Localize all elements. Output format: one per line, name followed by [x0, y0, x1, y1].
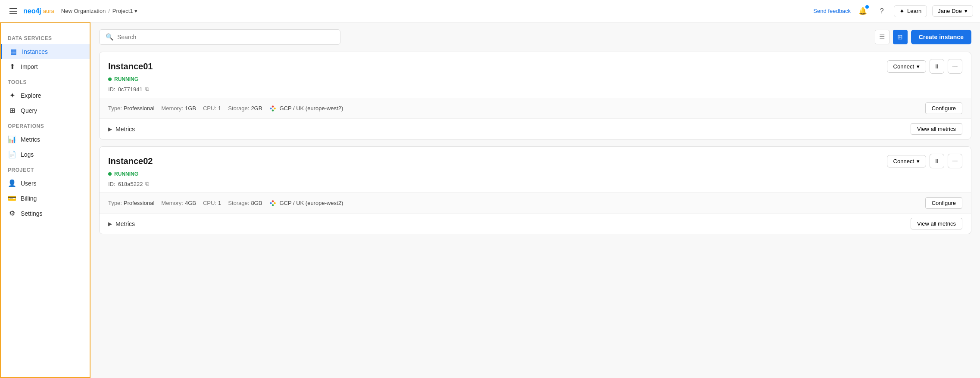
notif-badge	[865, 5, 869, 9]
sidebar-item-settings[interactable]: ⚙ Settings	[1, 206, 90, 221]
hamburger-icon[interactable]	[7, 6, 20, 17]
data-services-label: Data services	[1, 30, 90, 44]
cpu-02-spec: CPU: 1	[203, 200, 221, 206]
instance-02-header: Instance02 Connect ▾ ⏸ ···	[100, 147, 971, 187]
instance-02-id: ID: 618a5222 ⧉	[108, 180, 962, 187]
sidebar-item-users[interactable]: 👤 Users	[1, 176, 90, 191]
operations-label: Operations	[1, 118, 90, 132]
instance-01-specs: Type: Professional Memory: 1GB CPU: 1 St…	[108, 105, 343, 112]
grid-view-button[interactable]: ⊞	[893, 30, 908, 44]
instance-01-top: Instance01 Connect ▾ ⏸ ···	[108, 59, 962, 74]
instance-02-metrics-row[interactable]: ▶ Metrics View all metrics	[100, 214, 971, 234]
help-button[interactable]: ?	[875, 4, 889, 18]
explore-icon: ✦	[8, 91, 16, 99]
instance-01-connect-label: Connect	[893, 63, 914, 70]
metrics-icon: 📊	[8, 135, 16, 143]
search-box[interactable]: 🔍	[99, 29, 340, 45]
sidebar-metrics-label: Metrics	[21, 136, 40, 143]
breadcrumb-org: New Organization	[61, 8, 106, 14]
instance-01-configure-button[interactable]: Configure	[925, 102, 962, 114]
help-icon: ?	[880, 7, 884, 15]
sidebar-item-metrics[interactable]: 📊 Metrics	[1, 132, 90, 147]
instance-01-actions: Connect ▾ ⏸ ···	[887, 59, 962, 74]
send-feedback-link[interactable]: Send feedback	[813, 8, 851, 14]
sidebar-users-label: Users	[21, 180, 37, 187]
layout: Data services ▦ Instances ⬆ Import Tools…	[0, 22, 980, 378]
sidebar-item-explore[interactable]: ✦ Explore	[1, 88, 90, 103]
instance-02-connect-label: Connect	[893, 158, 914, 164]
memory-02-spec: Memory: 4GB	[161, 200, 196, 206]
pause-icon: ⏸	[934, 63, 940, 70]
user-menu-button[interactable]: Jane Doe ▾	[932, 5, 973, 17]
search-input[interactable]	[117, 34, 334, 40]
memory-spec: Memory: 1GB	[161, 105, 196, 112]
logs-icon: 📄	[8, 150, 16, 158]
instance-02-details: Type: Professional Memory: 4GB CPU: 1 St…	[100, 192, 971, 214]
notifications-button[interactable]: 🔔	[856, 4, 870, 18]
status-label: RUNNING	[114, 76, 138, 82]
chevron-down-icon: ▾	[134, 8, 137, 14]
sidebar-logs-label: Logs	[21, 151, 34, 158]
status-dot	[108, 77, 112, 81]
user-name: Jane Doe	[938, 8, 962, 14]
instance-02-actions: Connect ▾ ⏸ ···	[887, 154, 962, 168]
copy-id-icon[interactable]: ⧉	[145, 86, 149, 93]
instance-02-top: Instance02 Connect ▾ ⏸ ···	[108, 154, 962, 168]
sidebar-item-import[interactable]: ⬆ Import	[1, 59, 90, 74]
sidebar-settings-label: Settings	[21, 210, 43, 217]
gcp-02-logo	[269, 199, 277, 207]
storage-02-spec: Storage: 8GB	[228, 200, 262, 206]
instance-01-id: ID: 0c771941 ⧉	[108, 86, 962, 93]
type-02-spec: Type: Professional	[108, 200, 154, 206]
learn-label: Learn	[907, 8, 921, 14]
learn-button[interactable]: ✦ Learn	[894, 5, 927, 17]
instance-01-header: Instance01 Connect ▾ ⏸ ···	[100, 52, 971, 93]
instance-02-metrics-toggle[interactable]: ▶ Metrics	[108, 220, 135, 227]
logo: neo4jaura	[23, 7, 54, 15]
list-view-button[interactable]: ☰	[875, 30, 889, 44]
instance-02-view-metrics-button[interactable]: View all metrics	[911, 218, 962, 229]
breadcrumb-sep: /	[108, 8, 110, 14]
instance-02-status: RUNNING	[108, 171, 962, 177]
instance-02-pause-button[interactable]: ⏸	[930, 154, 944, 168]
id-02-label: ID:	[108, 181, 115, 187]
connect-02-chevron-icon: ▾	[917, 158, 920, 164]
search-icon: 🔍	[106, 33, 114, 41]
instance-card-02: Instance02 Connect ▾ ⏸ ···	[99, 146, 971, 234]
sidebar-query-label: Query	[21, 107, 37, 114]
instance-01-metrics-toggle[interactable]: ▶ Metrics	[108, 126, 135, 133]
instance-01-connect-button[interactable]: Connect ▾	[887, 60, 926, 73]
copy-02-id-icon[interactable]: ⧉	[145, 180, 149, 187]
metrics-chevron-icon: ▶	[108, 126, 112, 132]
cloud-label: GCP / UK (europe-west2)	[279, 105, 343, 112]
sidebar-item-instances[interactable]: ▦ Instances	[1, 44, 90, 59]
sidebar-item-query[interactable]: ⊞ Query	[1, 103, 90, 118]
create-instance-button[interactable]: Create instance	[911, 30, 971, 44]
instance-01-more-button[interactable]: ···	[948, 59, 962, 74]
project-label: Project	[1, 162, 90, 176]
svg-point-4	[270, 202, 272, 204]
id-value: 0c771941	[118, 86, 143, 93]
gcp-logo	[269, 105, 277, 112]
list-icon: ☰	[879, 33, 885, 41]
sidebar-billing-label: Billing	[21, 195, 37, 202]
instance-01-pause-button[interactable]: ⏸	[930, 59, 944, 74]
instance-02-more-button[interactable]: ···	[948, 154, 962, 168]
sidebar-item-logs[interactable]: 📄 Logs	[1, 147, 90, 162]
status-02-label: RUNNING	[114, 171, 138, 177]
cloud-badge: GCP / UK (europe-west2)	[269, 105, 343, 112]
instance-01-name: Instance01	[108, 62, 153, 71]
query-icon: ⊞	[8, 106, 16, 115]
user-chevron-icon: ▾	[964, 8, 968, 14]
tools-label: Tools	[1, 74, 90, 88]
storage-spec: Storage: 2GB	[228, 105, 262, 112]
instance-01-metrics-row[interactable]: ▶ Metrics View all metrics	[100, 119, 971, 139]
breadcrumb-project[interactable]: Project1 ▾	[112, 8, 138, 14]
metrics-toggle-label: Metrics	[115, 126, 135, 133]
sidebar-item-billing[interactable]: 💳 Billing	[1, 191, 90, 206]
instance-02-configure-button[interactable]: Configure	[925, 197, 962, 209]
instance-01-view-metrics-button[interactable]: View all metrics	[911, 123, 962, 135]
connect-chevron-icon: ▾	[917, 63, 920, 70]
grid-icon: ⊞	[897, 33, 903, 41]
instance-02-connect-button[interactable]: Connect ▾	[887, 155, 926, 167]
